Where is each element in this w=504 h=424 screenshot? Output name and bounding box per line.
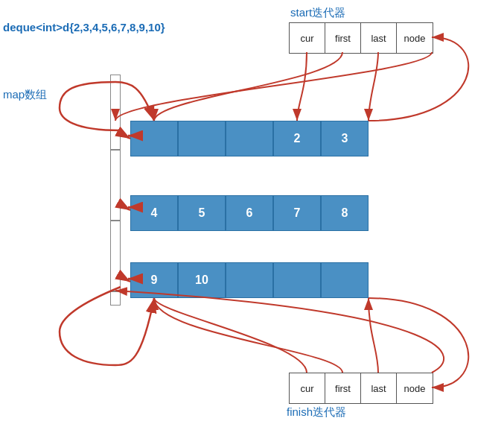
map-divider-2: [110, 220, 121, 221]
map-label: map数组: [3, 88, 47, 102]
cell-r2-c1: 4: [130, 195, 178, 231]
cell-r3-c3: [226, 262, 273, 298]
data-row-1: 2 3: [130, 121, 369, 156]
finish-first-cell: first: [325, 373, 361, 403]
cell-r1-c5: 3: [321, 121, 369, 156]
cell-r2-c3: 6: [226, 195, 273, 231]
cell-r1-c3: [226, 121, 273, 156]
start-iterator-box: cur first last node: [289, 22, 433, 54]
start-iterator-label: start迭代器: [290, 6, 345, 20]
cell-r2-c5: 8: [321, 195, 369, 231]
start-last-cell: last: [361, 23, 397, 53]
cell-r2-c2: 5: [178, 195, 226, 231]
data-row-2: 4 5 6 7 8: [130, 195, 369, 231]
diagram-container: deque<int>d{2,3,4,5,6,7,8,9,10} map数组 st…: [0, 0, 504, 424]
finish-last-cell: last: [361, 373, 397, 403]
cell-r2-c4: 7: [273, 195, 321, 231]
cell-r1-c4: 2: [273, 121, 321, 156]
cell-r3-c5: [321, 262, 369, 298]
cell-r3-c4: [273, 262, 321, 298]
finish-iterator-label: finish迭代器: [287, 405, 346, 420]
data-row-3: 9 10: [130, 262, 369, 298]
start-cur-cell: cur: [290, 23, 325, 53]
deque-label: deque<int>d{2,3,4,5,6,7,8,9,10}: [3, 21, 165, 34]
finish-iterator-box: cur first last node: [289, 373, 433, 404]
finish-node-cell: node: [397, 373, 433, 403]
start-first-cell: first: [325, 23, 361, 53]
cell-r3-c1: 9: [130, 262, 178, 298]
map-divider-1: [110, 149, 121, 151]
cell-r1-c1: [130, 121, 178, 156]
map-column: [110, 75, 121, 306]
cell-r3-c2: 10: [178, 262, 226, 298]
map-divider-3: [110, 291, 121, 292]
finish-cur-cell: cur: [290, 373, 325, 403]
cell-r1-c2: [178, 121, 226, 156]
start-node-cell: node: [397, 23, 433, 53]
